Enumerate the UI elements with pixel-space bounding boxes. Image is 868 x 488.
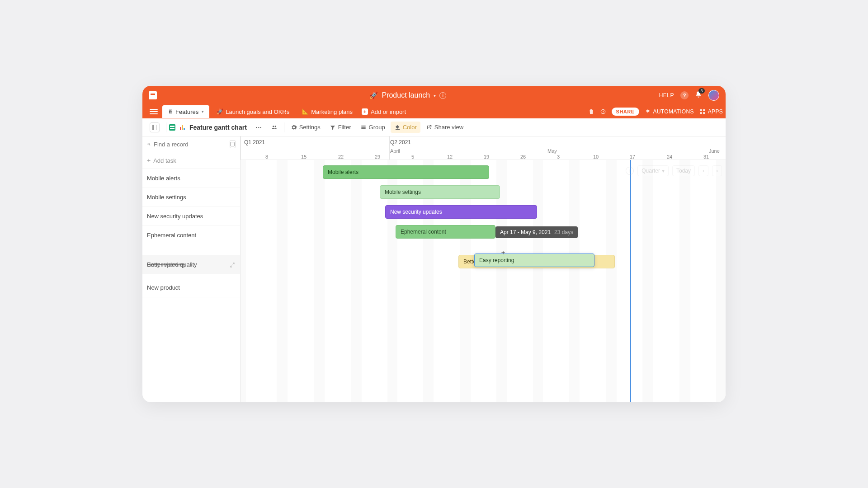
month-label: June: [709, 148, 720, 154]
history-icon[interactable]: [600, 108, 606, 115]
record-sidebar: + Add task Mobile alerts Mobile settings…: [142, 136, 241, 402]
svg-rect-2: [700, 112, 702, 114]
search-icon: [147, 141, 151, 147]
search-row: [142, 136, 240, 152]
monitor-icon: 🖥: [168, 108, 173, 115]
settings-button[interactable]: Settings: [287, 122, 324, 133]
table-tabs: 🖥 Features ▾ 🚀 Launch goals and OKRs 📐 M…: [142, 105, 726, 118]
gantt-bar[interactable]: Ephemeral content: [396, 225, 495, 239]
tab-features[interactable]: 🖥 Features ▾: [162, 105, 209, 118]
share-button[interactable]: SHARE: [612, 108, 639, 116]
chevron-down-icon[interactable]: ▾: [434, 93, 436, 98]
today-line: [630, 160, 631, 402]
date-tooltip: Apr 17 - May 9, 2021 23 days: [495, 226, 578, 238]
app-window: 🚀 Product launch ▾ i HELP ? 3 🖥 Features…: [142, 86, 726, 402]
gantt-chart[interactable]: Q1 2021 Q2 2021 April May June 8 15 22 2…: [241, 136, 726, 402]
gantt-bar[interactable]: Mobile alerts: [323, 165, 489, 179]
automations-button[interactable]: AUTOMATIONS: [645, 108, 694, 115]
timescale-select[interactable]: Quarter ▾: [637, 165, 669, 176]
info-icon[interactable]: i: [439, 92, 446, 99]
notification-badge: 3: [698, 88, 705, 94]
day-label: 5: [411, 154, 414, 160]
gantt-bar[interactable]: New security updates: [385, 205, 537, 219]
rocket-icon: 🚀: [369, 91, 378, 99]
notifications-button[interactable]: 3: [695, 91, 702, 100]
month-label: May: [547, 148, 557, 154]
day-label: 19: [484, 154, 489, 160]
app-logo[interactable]: [149, 91, 157, 99]
day-label: 15: [301, 154, 307, 160]
svg-rect-1: [703, 109, 705, 111]
expand-icon[interactable]: [229, 262, 236, 269]
day-label: 8: [265, 154, 268, 160]
view-menu-button[interactable]: ···: [252, 122, 266, 133]
day-label: 24: [667, 154, 672, 160]
color-button[interactable]: Color: [391, 122, 420, 133]
filter-button[interactable]: Filter: [326, 122, 355, 133]
timeline-header: Q1 2021 Q2 2021 April May June 8 15 22 2…: [241, 136, 726, 160]
collapse-sidebar-button[interactable]: [146, 120, 163, 135]
task-row[interactable]: New security updates: [142, 207, 240, 226]
help-link[interactable]: HELP: [659, 92, 674, 99]
group-button[interactable]: Group: [357, 122, 389, 133]
collaborators-button[interactable]: [268, 122, 281, 133]
main-content: + Add task Mobile alerts Mobile settings…: [142, 136, 726, 402]
day-label: 3: [557, 154, 560, 160]
today-button[interactable]: Today: [672, 165, 695, 176]
svg-rect-4: [361, 125, 365, 126]
gantt-body[interactable]: Mobile alerts Mobile settings New securi…: [241, 160, 726, 402]
tab-marketing[interactable]: 📐 Marketing plans: [297, 105, 358, 118]
base-title[interactable]: Product launch: [382, 91, 430, 99]
day-label: 12: [447, 154, 453, 160]
svg-rect-5: [361, 127, 365, 127]
trash-icon[interactable]: [588, 108, 594, 115]
titlebar: 🚀 Product launch ▾ i HELP ? 3: [142, 86, 726, 105]
day-label: 22: [338, 154, 344, 160]
chevron-down-icon[interactable]: ▾: [202, 109, 204, 114]
plus-icon: +: [362, 108, 368, 115]
share-view-button[interactable]: Share view: [422, 122, 467, 133]
next-button[interactable]: ›: [712, 165, 722, 176]
quarter-label: Q1 2021: [244, 139, 265, 145]
quarter-label: Q2 2021: [390, 139, 411, 145]
prev-button[interactable]: ‹: [698, 165, 708, 176]
add-table-button[interactable]: + Add or import: [362, 108, 406, 115]
task-row[interactable]: Mobile alerts: [142, 169, 240, 188]
help-icon[interactable]: ?: [680, 91, 689, 99]
day-label: 10: [593, 154, 599, 160]
view-name[interactable]: Feature gantt chart: [189, 124, 247, 131]
tab-launch-goals[interactable]: 🚀 Launch goals and OKRs: [211, 105, 295, 118]
search-input[interactable]: [154, 141, 230, 148]
timeline-nav: i Quarter ▾ Today ‹ ›: [626, 165, 722, 176]
day-label: 26: [520, 154, 526, 160]
grid-icon: [169, 124, 175, 131]
gantt-bar-dragging[interactable]: Easy reporting: [474, 253, 594, 267]
day-label: 17: [630, 154, 635, 160]
rocket-icon: 🚀: [217, 108, 223, 115]
svg-rect-3: [703, 112, 705, 114]
day-label: 31: [703, 154, 709, 160]
gantt-bar[interactable]: Mobile settings: [380, 185, 500, 199]
bar-chart-icon: [180, 125, 185, 130]
day-label: 29: [375, 154, 380, 160]
add-task-button[interactable]: + Add task: [142, 152, 240, 169]
task-row-hover[interactable]: Easy reporting Better video quality: [142, 255, 240, 274]
task-row[interactable]: New product: [142, 274, 240, 297]
apps-button[interactable]: APPS: [699, 108, 723, 115]
month-label: April: [390, 148, 400, 154]
avatar[interactable]: [708, 90, 719, 101]
triangle-ruler-icon: 📐: [302, 108, 309, 115]
info-icon[interactable]: i: [626, 167, 634, 175]
view-toolbar: Feature gantt chart ··· Settings Filter …: [142, 118, 726, 136]
svg-rect-6: [361, 128, 365, 129]
task-row[interactable]: Mobile settings: [142, 188, 240, 207]
expand-hint-icon[interactable]: [230, 140, 236, 148]
menu-icon[interactable]: [150, 109, 158, 114]
task-row[interactable]: Ephemeral content: [142, 226, 240, 255]
plus-icon: +: [147, 157, 151, 164]
svg-rect-0: [700, 109, 702, 111]
